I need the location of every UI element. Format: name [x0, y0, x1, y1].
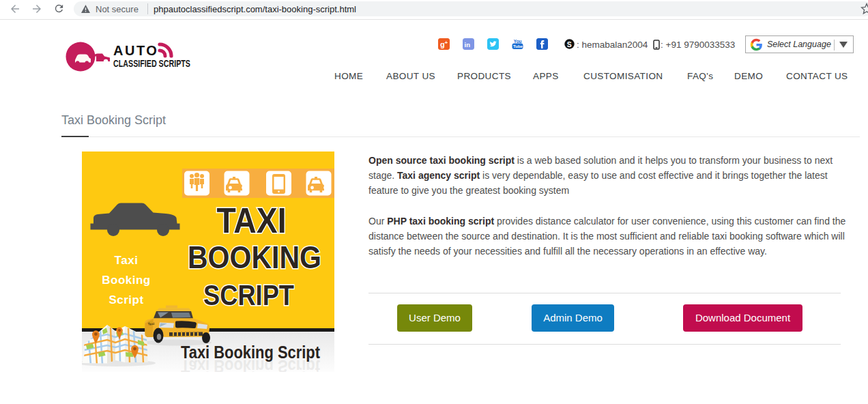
svg-text:Taxi Booking Script: Taxi Booking Script [181, 356, 320, 372]
svg-text:+: + [445, 40, 448, 46]
svg-text:Taxi: Taxi [147, 321, 155, 326]
svg-text:BOOKING: BOOKING [188, 239, 321, 275]
svg-text:S: S [567, 40, 572, 48]
svg-text:Tube: Tube [513, 44, 523, 48]
svg-text:Taxi: Taxi [115, 254, 139, 267]
svg-text:SCRIPT: SCRIPT [203, 279, 294, 311]
svg-text:You: You [514, 39, 522, 44]
svg-text:in: in [465, 41, 471, 48]
svg-text:CLASSIFIED SCRIPTS: CLASSIFIED SCRIPTS [113, 57, 190, 69]
svg-text:TAXI: TAXI [217, 201, 287, 240]
svg-text:Booking: Booking [102, 274, 151, 287]
svg-text:AUTO: AUTO [113, 43, 158, 58]
svg-text:Script: Script [108, 293, 143, 306]
